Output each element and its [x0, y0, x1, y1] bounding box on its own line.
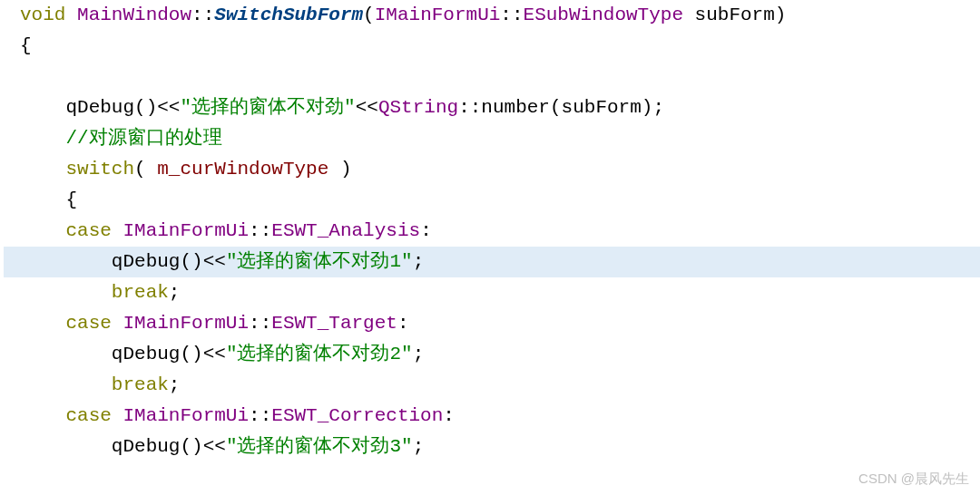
enum-value: ESWT_Analysis	[271, 220, 420, 241]
code-line: qDebug()<<"选择的窗体不对劲3";	[4, 432, 980, 462]
code-line: {	[4, 31, 980, 62]
code-line: case IMainFormUi::ESWT_Target:	[4, 308, 980, 339]
string-literal: "选择的窗体不对劲"	[180, 97, 355, 118]
class-name: QString	[378, 97, 458, 118]
string-literal: "选择的窗体不对劲3"	[226, 436, 413, 457]
code-line-highlighted: qDebug()<<"选择的窗体不对劲1";	[4, 247, 980, 277]
code-line: break;	[4, 370, 980, 401]
code-line: qDebug()<<"选择的窗体不对劲"<<QString::number(su…	[4, 92, 980, 123]
code-line: case IMainFormUi::ESWT_Analysis:	[4, 216, 980, 247]
class-name: IMainFormUi	[122, 220, 249, 241]
code-line: case IMainFormUi::ESWT_Correction:	[4, 401, 980, 432]
keyword-break: break	[112, 374, 169, 395]
string-literal: "选择的窗体不对劲2"	[226, 344, 413, 364]
class-name: MainWindow	[77, 5, 191, 25]
keyword-case: case	[65, 220, 111, 241]
comment: //对源窗口的处理	[65, 128, 221, 149]
enum-value: ESWT_Correction	[271, 405, 443, 426]
method-name: SwitchSubForm	[214, 5, 363, 25]
keyword-case: case	[65, 313, 111, 334]
code-line: qDebug()<<"选择的窗体不对劲2";	[4, 339, 980, 370]
function-call: qDebug	[112, 251, 181, 272]
keyword-switch: switch	[65, 159, 134, 180]
class-name: IMainFormUi	[122, 313, 249, 334]
function-call: qDebug	[112, 436, 181, 457]
code-line: void MainWindow::SwitchSubForm(IMainForm…	[4, 0, 980, 31]
enum-value: ESWT_Target	[271, 313, 397, 334]
class-name: IMainFormUi	[122, 405, 249, 426]
function-call: number	[481, 97, 550, 118]
member-var: m_curWindowType	[157, 159, 328, 180]
brace: {	[65, 189, 77, 210]
watermark: CSDN @晨风先生	[858, 468, 969, 490]
function-call: qDebug	[65, 97, 134, 118]
string-literal: "选择的窗体不对劲1"	[226, 251, 413, 272]
type-name: ESubWindowType	[524, 5, 683, 25]
code-line	[4, 62, 980, 92]
parameter: subForm	[695, 5, 775, 25]
function-call: qDebug	[112, 344, 181, 364]
brace: {	[20, 35, 32, 56]
keyword-void: void	[20, 5, 65, 25]
class-name: IMainFormUi	[375, 5, 501, 25]
code-line: break;	[4, 277, 980, 308]
code-editor[interactable]: void MainWindow::SwitchSubForm(IMainForm…	[0, 0, 980, 462]
code-line: //对源窗口的处理	[4, 123, 980, 154]
keyword-case: case	[65, 405, 111, 426]
code-line: {	[4, 185, 980, 216]
keyword-break: break	[112, 282, 169, 303]
code-line: switch( m_curWindowType )	[4, 154, 980, 185]
argument: subForm	[562, 97, 642, 118]
